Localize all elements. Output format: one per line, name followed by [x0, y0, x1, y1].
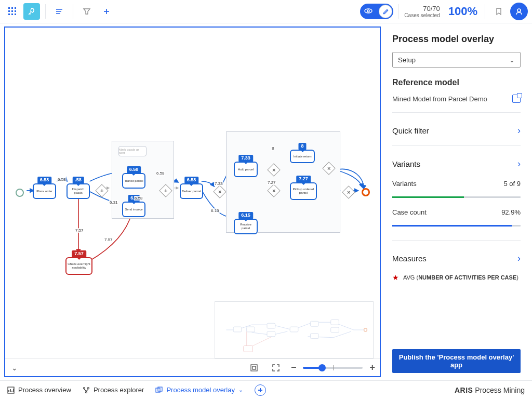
- svg-rect-17: [233, 327, 242, 332]
- quick-filter-label: Quick filter: [392, 126, 429, 135]
- svg-rect-5: [15, 10, 16, 12]
- tab-process-explorer[interactable]: Process explorer: [83, 386, 144, 394]
- edge-label: 6.15: [210, 208, 220, 213]
- svg-rect-22: [310, 321, 318, 326]
- case-count-value: 92.9%: [501, 208, 521, 216]
- hold-parcel-node[interactable]: 7.33 Hold parcel: [234, 162, 258, 177]
- collapse-canvas-icon[interactable]: ⌄: [8, 363, 21, 373]
- chevron-right-icon: ›: [517, 253, 521, 264]
- node-badge: 7.27: [296, 176, 311, 183]
- fullscreen-icon[interactable]: [268, 360, 284, 376]
- edge-label: 6.58: [134, 196, 143, 201]
- tab-process-model-overlay[interactable]: Process model overlay ⌄: [155, 386, 243, 394]
- cases-percent: 100%: [448, 5, 477, 18]
- cases-label: Cases selected: [404, 12, 440, 18]
- bookmark-icon[interactable]: [490, 3, 507, 20]
- transit-parcel-node[interactable]: 6.58 Transit parcel: [122, 173, 145, 189]
- canvas-footer: ⌄ − +: [5, 358, 380, 376]
- mark-goods-node[interactable]: Mark goods as sent: [118, 146, 147, 156]
- edge-label: 7.57: [75, 228, 84, 233]
- chevron-right-icon: ›: [517, 125, 521, 136]
- case-count-bar: [392, 225, 521, 227]
- gateway-exclusive[interactable]: ×: [342, 185, 355, 198]
- svg-point-33: [85, 391, 87, 393]
- measures-row[interactable]: Measures ›: [392, 253, 521, 264]
- receive-parcel-node[interactable]: 6.15 Receive parcel: [234, 219, 258, 234]
- svg-point-27: [364, 328, 367, 331]
- svg-rect-3: [8, 10, 10, 12]
- node-badge: 6.15: [238, 212, 253, 219]
- tab-label: Process explorer: [94, 386, 144, 394]
- pickup-parcel-node[interactable]: 7.27 Pickup ordered parcel: [290, 182, 317, 200]
- start-event[interactable]: [16, 189, 24, 197]
- list-icon[interactable]: [51, 3, 68, 20]
- node-badge: 6.58: [37, 177, 52, 184]
- quick-filter-row[interactable]: Quick filter ›: [392, 125, 521, 136]
- tab-process-overview[interactable]: Process overview: [7, 386, 71, 394]
- svg-point-16: [517, 9, 521, 12]
- filter-icon[interactable]: [78, 3, 95, 20]
- tab-label: Process overview: [18, 386, 71, 394]
- select-value: Setup: [398, 56, 416, 64]
- svg-rect-21: [290, 327, 298, 332]
- svg-rect-24: [331, 320, 339, 325]
- add-filter-icon[interactable]: [98, 3, 115, 20]
- svg-rect-18: [247, 327, 255, 332]
- edge-label: 6.58: [57, 177, 66, 182]
- apps-icon[interactable]: [4, 3, 21, 20]
- publish-button[interactable]: Publish the 'Process model overlay' app: [392, 349, 521, 373]
- measure-item[interactable]: ★ AVG (NUMBER OF ACTIVITIES PER CASE): [392, 273, 521, 282]
- measures-title: Measures: [392, 254, 427, 263]
- svg-point-14: [365, 9, 372, 13]
- chevron-down-icon: ⌄: [509, 56, 515, 64]
- rocket-icon[interactable]: [23, 3, 40, 20]
- place-order-node[interactable]: 6.58 Place order: [33, 183, 56, 199]
- variants-row[interactable]: Variants ›: [392, 158, 521, 169]
- gateway-exclusive[interactable]: ×: [213, 185, 226, 198]
- send-invoice-node[interactable]: 6.5 Send invoice: [122, 202, 145, 217]
- reference-model-title: Reference model: [392, 78, 521, 87]
- canvas-area: + + × × × × × Mark goods as sent 6.58 Pl…: [4, 26, 381, 377]
- chevron-down-icon: ⌄: [238, 387, 243, 393]
- end-event[interactable]: [362, 188, 370, 196]
- edge-label: 6.58: [156, 171, 165, 176]
- node-badge: 6.58: [184, 177, 199, 184]
- initiate-return-node[interactable]: 8 Initiate return: [290, 150, 315, 163]
- gateway-parallel[interactable]: +: [95, 184, 108, 197]
- chevron-right-icon: ›: [517, 158, 521, 169]
- svg-point-31: [83, 387, 85, 389]
- tree-icon: [83, 387, 90, 394]
- node-badge: .58: [72, 177, 84, 184]
- variants-label: Variants: [392, 180, 417, 188]
- view-edit-toggle[interactable]: [360, 4, 393, 19]
- variants-value: 5 of 9: [503, 180, 521, 188]
- svg-rect-4: [11, 10, 13, 12]
- svg-rect-7: [11, 14, 13, 15]
- open-model-icon[interactable]: [512, 95, 521, 103]
- check-availability-node[interactable]: 7.57 Check overnight availability: [65, 257, 92, 275]
- user-icon[interactable]: [510, 3, 528, 20]
- svg-rect-29: [252, 366, 256, 369]
- svg-rect-20: [267, 331, 275, 337]
- chart-icon: [7, 387, 15, 394]
- zoom-in-button[interactable]: +: [368, 362, 377, 373]
- overlay-icon: [155, 387, 163, 394]
- add-tab-button[interactable]: [255, 384, 266, 396]
- fit-to-screen-icon[interactable]: [246, 360, 262, 376]
- reference-model-name: Mined Model from Parcel Demo: [392, 95, 487, 103]
- zoom-out-button[interactable]: −: [289, 362, 298, 373]
- zoom-slider[interactable]: [303, 367, 363, 369]
- variants-bar: [392, 196, 521, 198]
- minimap[interactable]: [215, 301, 374, 358]
- setup-select[interactable]: Setup ⌄: [392, 52, 521, 68]
- svg-point-32: [87, 387, 89, 389]
- node-badge: 7.57: [72, 250, 86, 258]
- edit-icon: [379, 5, 392, 18]
- edge-label: 6.31: [109, 200, 118, 205]
- dispatch-goods-node[interactable]: .58 Dispatch goods: [66, 183, 90, 199]
- edge-label: 7.33: [214, 181, 223, 186]
- variants-title: Variants: [392, 159, 420, 168]
- cases-count: 70/70: [404, 5, 440, 12]
- deliver-parcel-node[interactable]: 6.58 Deliver parcel: [180, 183, 203, 199]
- svg-rect-6: [8, 14, 10, 15]
